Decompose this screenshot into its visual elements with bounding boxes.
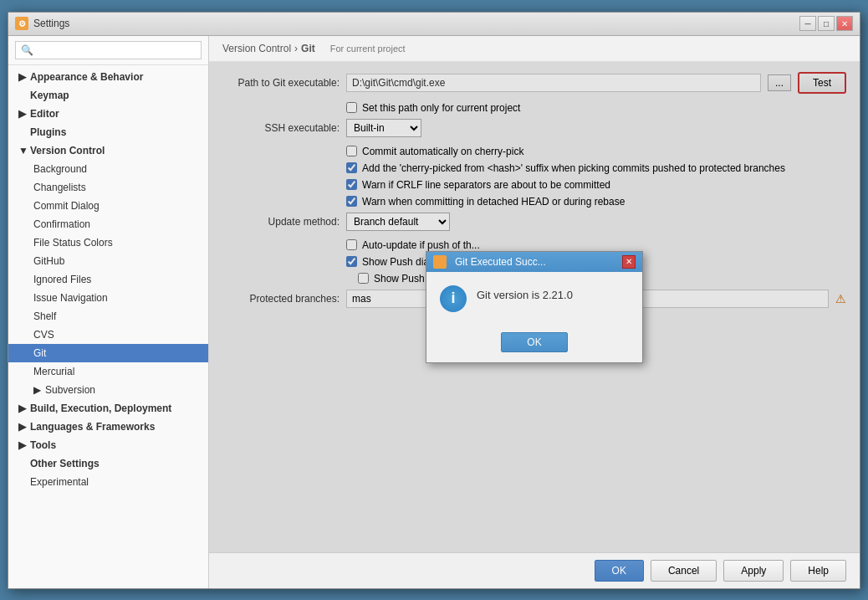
sidebar: ▶ Appearance & Behavior Keymap ▶ Editor …: [8, 36, 209, 588]
sidebar-item-label: File Status Colors: [33, 237, 113, 249]
modal-body: i Git version is 2.21.0: [426, 272, 642, 326]
sidebar-item-commit-dialog[interactable]: Commit Dialog: [8, 197, 208, 215]
close-button[interactable]: ✕: [836, 16, 853, 31]
settings-window: ⚙ Settings ─ □ ✕ ▶ Appearance & Behavior…: [8, 12, 860, 589]
sidebar-item-github[interactable]: GitHub: [8, 252, 208, 270]
git-success-modal: Git Executed Succ... ✕ i Git version is …: [426, 251, 643, 363]
maximize-button[interactable]: □: [818, 16, 835, 31]
sidebar-item-editor[interactable]: ▶ Editor: [8, 105, 208, 123]
spacer-icon: [18, 476, 27, 488]
modal-git-icon: [433, 255, 447, 269]
sidebar-item-plugins[interactable]: Plugins: [8, 123, 208, 141]
sidebar-item-label: GitHub: [33, 255, 64, 267]
chevron-right-icon: ▶: [18, 108, 27, 120]
sidebar-item-git[interactable]: Git: [8, 344, 208, 362]
sidebar-item-label: Mercurial: [33, 366, 74, 377]
sidebar-item-label: Ignored Files: [33, 274, 91, 285]
sidebar-item-label: Changelists: [33, 182, 86, 193]
search-input[interactable]: [15, 41, 202, 59]
sidebar-item-keymap[interactable]: Keymap: [8, 86, 208, 105]
sidebar-item-label: Shelf: [33, 310, 56, 322]
content-area: ▶ Appearance & Behavior Keymap ▶ Editor …: [8, 36, 860, 588]
window-icon: ⚙: [15, 17, 28, 30]
sidebar-item-label: Plugins: [30, 126, 66, 138]
for-current-project-label: For current project: [330, 44, 406, 54]
sidebar-item-mercurial[interactable]: Mercurial: [8, 362, 208, 381]
chevron-down-icon: ▼: [18, 145, 27, 156]
window-controls: ─ □ ✕: [799, 16, 853, 31]
sidebar-item-label: Tools: [30, 439, 56, 451]
breadcrumb: Version Control › Git: [222, 43, 315, 54]
sidebar-item-label: Build, Execution, Deployment: [30, 403, 171, 414]
modal-message: Git version is 2.21.0: [477, 285, 573, 301]
sidebar-item-cvs[interactable]: CVS: [8, 326, 208, 344]
sidebar-item-label: Keymap: [30, 90, 69, 101]
sidebar-item-label: Confirmation: [33, 218, 90, 230]
minimize-button[interactable]: ─: [799, 16, 816, 31]
spacer-icon: [18, 458, 27, 469]
chevron-right-icon: ▶: [18, 403, 27, 414]
modal-overlay: Git Executed Succ... ✕ i Git version is …: [209, 62, 860, 552]
main-body: Path to Git executable: ... Test Set thi…: [209, 62, 860, 552]
sidebar-item-ignored-files[interactable]: Ignored Files: [8, 270, 208, 289]
sidebar-item-confirmation[interactable]: Confirmation: [8, 215, 208, 233]
ok-button[interactable]: OK: [595, 560, 644, 582]
window-title: Settings: [33, 18, 799, 29]
sidebar-item-experimental[interactable]: Experimental: [8, 473, 208, 491]
sidebar-item-file-status-colors[interactable]: File Status Colors: [8, 233, 208, 252]
modal-title-bar: Git Executed Succ... ✕: [426, 252, 642, 272]
title-bar: ⚙ Settings ─ □ ✕: [8, 13, 860, 36]
sidebar-item-build[interactable]: ▶ Build, Execution, Deployment: [8, 399, 208, 418]
sidebar-item-label: Git: [33, 347, 46, 359]
sidebar-item-tools[interactable]: ▶ Tools: [8, 436, 208, 454]
breadcrumb-parent: Version Control: [222, 43, 291, 54]
sidebar-item-other-settings[interactable]: Other Settings: [8, 454, 208, 473]
sidebar-item-label: Appearance & Behavior: [30, 71, 143, 83]
sidebar-item-background[interactable]: Background: [8, 160, 208, 178]
help-button[interactable]: Help: [790, 560, 846, 582]
main-panel: Version Control › Git For current projec…: [209, 36, 860, 588]
sidebar-item-label: Commit Dialog: [33, 200, 100, 212]
sidebar-item-languages[interactable]: ▶ Languages & Frameworks: [8, 418, 208, 436]
sidebar-item-label: Issue Navigation: [33, 292, 108, 304]
cancel-button[interactable]: Cancel: [651, 560, 717, 582]
sidebar-item-label: Background: [33, 163, 87, 175]
apply-button[interactable]: Apply: [723, 560, 784, 582]
sidebar-item-issue-navigation[interactable]: Issue Navigation: [8, 289, 208, 307]
sidebar-item-label: Version Control: [30, 145, 105, 156]
modal-title: Git Executed Succ...: [455, 256, 546, 268]
spacer-icon: [18, 126, 27, 138]
breadcrumb-current: Git: [301, 43, 315, 54]
chevron-right-icon: ▶: [18, 421, 27, 433]
modal-close-button[interactable]: ✕: [622, 255, 636, 269]
chevron-right-icon: ▶: [33, 384, 42, 396]
main-header: Version Control › Git For current projec…: [209, 36, 860, 62]
sidebar-item-label: Editor: [30, 108, 59, 120]
sidebar-item-changelists[interactable]: Changelists: [8, 178, 208, 197]
sidebar-item-label: Subversion: [45, 384, 95, 396]
sidebar-item-label: Languages & Frameworks: [30, 421, 155, 433]
breadcrumb-separator: ›: [294, 43, 298, 54]
sidebar-item-shelf[interactable]: Shelf: [8, 307, 208, 326]
sidebar-item-version-control[interactable]: ▼ Version Control: [8, 141, 208, 160]
sidebar-nav: ▶ Appearance & Behavior Keymap ▶ Editor …: [8, 65, 208, 494]
sidebar-item-subversion[interactable]: ▶ Subversion: [8, 381, 208, 399]
modal-footer: OK: [426, 326, 642, 362]
chevron-right-icon: ▶: [18, 71, 27, 83]
spacer-icon: [18, 90, 27, 101]
sidebar-item-label: CVS: [33, 329, 54, 341]
sidebar-item-appearance[interactable]: ▶ Appearance & Behavior: [8, 68, 208, 86]
sidebar-item-label: Other Settings: [30, 458, 100, 469]
sidebar-item-label: Experimental: [30, 476, 89, 488]
modal-ok-button[interactable]: OK: [501, 332, 567, 352]
search-box: [8, 36, 208, 65]
chevron-right-icon: ▶: [18, 439, 27, 451]
footer: OK Cancel Apply Help: [209, 552, 860, 588]
info-icon: i: [440, 285, 467, 312]
